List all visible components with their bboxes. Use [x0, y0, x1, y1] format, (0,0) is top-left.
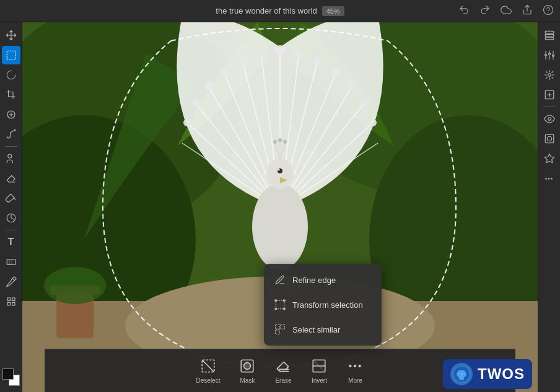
svg-point-49: [313, 57, 322, 66]
svg-point-79: [283, 308, 285, 310]
tool-heal[interactable]: [2, 105, 20, 124]
twos-text: TWOS: [478, 365, 525, 383]
svg-point-21: [548, 118, 551, 121]
tool-dodge[interactable]: [2, 209, 20, 227]
svg-rect-82: [276, 330, 280, 334]
erase-button[interactable]: Erase: [274, 357, 292, 384]
cloud-icon[interactable]: [501, 4, 512, 18]
svg-point-0: [544, 5, 553, 14]
context-menu: Refine edge Transform selection: [264, 264, 382, 346]
deselect-button[interactable]: Deselect: [196, 357, 221, 384]
more-options-icon[interactable]: •••: [540, 169, 559, 188]
twos-brain-icon: [450, 363, 473, 385]
svg-point-55: [204, 81, 213, 90]
context-menu-transform-selection[interactable]: Transform selection: [264, 292, 382, 317]
add-layer-icon[interactable]: [540, 85, 559, 104]
effect-icon[interactable]: [540, 149, 559, 168]
twos-logo: TWOS: [443, 359, 532, 389]
invert-button[interactable]: Invert: [310, 357, 328, 384]
svg-point-52: [238, 57, 247, 66]
more-button[interactable]: More: [346, 357, 364, 384]
deselect-label: Deselect: [196, 377, 221, 384]
layers-panel-icon[interactable]: [540, 26, 559, 45]
title-bar: the true wonder of this world 45%: [0, 0, 560, 22]
svg-point-78: [275, 308, 277, 310]
mask-icon: [238, 357, 256, 375]
svg-point-59: [183, 119, 191, 126]
adjustments-icon[interactable]: [540, 46, 559, 64]
svg-point-4: [7, 154, 11, 158]
svg-rect-80: [276, 325, 280, 329]
svg-point-3: [14, 130, 15, 131]
deselect-icon: [199, 357, 217, 375]
color-swatch[interactable]: [2, 368, 20, 386]
context-menu-select-similar-label: Select similar: [292, 325, 340, 334]
filters-icon[interactable]: [540, 66, 559, 84]
redo-icon[interactable]: [479, 4, 491, 18]
share-icon[interactable]: [522, 4, 533, 18]
context-menu-transform-selection-label: Transform selection: [292, 300, 363, 310]
svg-rect-12: [12, 303, 15, 306]
context-menu-select-similar[interactable]: Select similar: [264, 317, 382, 342]
tool-stamp[interactable]: [2, 149, 20, 168]
svg-point-67: [273, 140, 277, 144]
transform-selection-icon: [274, 298, 286, 311]
svg-point-53: [220, 68, 229, 76]
context-menu-refine-edge[interactable]: Refine edge: [264, 268, 382, 292]
svg-rect-6: [7, 259, 15, 265]
svg-rect-11: [7, 303, 11, 306]
svg-point-61: [266, 159, 294, 189]
svg-rect-14: [545, 35, 554, 37]
context-menu-refine-edge-label: Refine edge: [292, 276, 336, 285]
svg-point-48: [294, 50, 303, 59]
tool-fill[interactable]: [2, 189, 20, 207]
svg-rect-18: [552, 55, 554, 56]
help-icon[interactable]: [543, 4, 554, 18]
svg-point-51: [257, 50, 266, 59]
tool-select[interactable]: [2, 46, 20, 64]
mask-button[interactable]: Mask: [238, 357, 256, 384]
foreground-color: [2, 368, 14, 380]
tool-move[interactable]: [2, 26, 20, 45]
svg-point-47: [275, 45, 285, 55]
svg-rect-17: [548, 53, 550, 54]
tool-gradient[interactable]: [2, 253, 20, 271]
tool-brush[interactable]: [2, 125, 20, 144]
svg-point-19: [548, 74, 551, 77]
svg-point-57: [193, 99, 200, 107]
svg-point-89: [349, 365, 352, 367]
visibility-icon[interactable]: [540, 110, 559, 128]
svg-point-74: [44, 267, 106, 304]
tool-type[interactable]: T: [2, 233, 20, 251]
invert-label: Invert: [312, 377, 327, 384]
svg-point-63: [278, 169, 280, 171]
undo-icon[interactable]: [458, 4, 470, 18]
mask-label: Mask: [240, 377, 255, 384]
tool-eraser[interactable]: [2, 169, 20, 188]
svg-point-58: [369, 119, 377, 126]
title-bar-actions: [458, 4, 554, 18]
svg-point-56: [360, 99, 367, 107]
tool-transform[interactable]: [2, 292, 20, 311]
svg-point-50: [331, 68, 340, 76]
svg-rect-75: [276, 300, 284, 309]
svg-point-60: [252, 183, 308, 270]
svg-rect-15: [545, 38, 554, 40]
svg-point-76: [275, 300, 277, 302]
mask-right-icon[interactable]: [540, 129, 559, 148]
svg-rect-1: [7, 51, 15, 59]
select-similar-icon: [274, 323, 286, 336]
tool-lasso[interactable]: [2, 66, 20, 84]
tool-crop[interactable]: [2, 85, 20, 104]
right-toolbar: •••: [538, 22, 560, 392]
zoom-level[interactable]: 45%: [322, 6, 344, 16]
tool-eyedropper[interactable]: [2, 272, 20, 291]
svg-point-54: [347, 81, 356, 90]
svg-rect-16: [545, 54, 546, 56]
svg-point-69: [283, 140, 287, 144]
svg-rect-9: [7, 298, 11, 301]
svg-rect-81: [281, 325, 285, 329]
svg-point-77: [283, 300, 285, 302]
svg-point-90: [354, 365, 356, 367]
invert-icon: [310, 357, 328, 375]
